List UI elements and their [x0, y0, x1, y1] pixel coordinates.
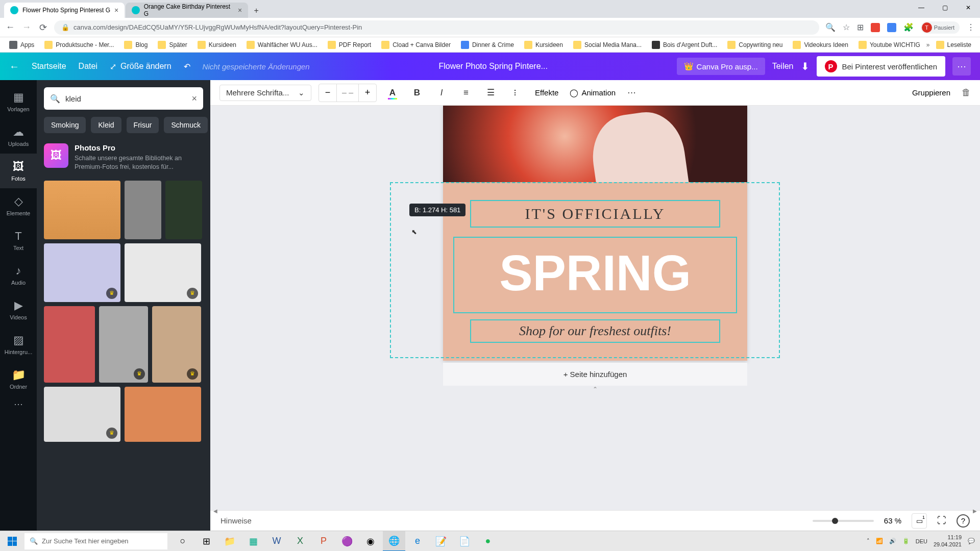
bookmark-item[interactable]: Videokurs Ideen: [789, 39, 852, 51]
help-button[interactable]: ?: [957, 514, 970, 528]
page-body[interactable]: IT'S OFFICIALLY SPRING Shop for our fres…: [443, 182, 747, 361]
bookmark-item[interactable]: Später: [154, 39, 191, 51]
rail-background[interactable]: ▨Hintergru...: [0, 327, 37, 362]
notes-button[interactable]: Hinweise: [220, 516, 252, 525]
excel-app[interactable]: X: [289, 531, 311, 552]
volume-icon[interactable]: 🔊: [889, 538, 896, 544]
page-view-button[interactable]: ▭1: [912, 513, 927, 529]
increase-size-button[interactable]: +: [359, 84, 376, 102]
tray-chevron-icon[interactable]: ˄: [867, 538, 870, 544]
text-heading-2[interactable]: SPRING: [453, 237, 737, 313]
reload-button[interactable]: ⟳: [38, 22, 48, 33]
horizontal-scrollbar[interactable]: ◀ ▶: [210, 508, 980, 513]
photo-result[interactable]: [44, 306, 95, 383]
minimize-button[interactable]: —: [910, 0, 933, 15]
url-input[interactable]: 🔒 canva.com/design/DAEdCQ5UaMY/Y5R-LUjvg…: [54, 20, 819, 35]
scroll-right-icon[interactable]: ▶: [973, 508, 977, 514]
bookmark-item[interactable]: Blog: [120, 39, 152, 51]
edge-app[interactable]: e: [406, 531, 429, 552]
bookmark-item[interactable]: Youtube WICHTIG: [854, 39, 924, 51]
bookmark-star-icon[interactable]: ☆: [843, 22, 850, 32]
bookmark-item[interactable]: Cload + Canva Bilder: [377, 39, 455, 51]
user-profile-chip[interactable]: T Pausiert: [921, 21, 960, 34]
canva-pro-button[interactable]: 👑Canva Pro ausp...: [677, 58, 765, 75]
pill-item[interactable]: Kleid: [91, 117, 121, 133]
photo-result[interactable]: ♛: [99, 306, 148, 383]
document-title[interactable]: Flower Photo Spring Pintere...: [322, 62, 665, 71]
home-link[interactable]: Startseite: [32, 62, 66, 71]
bookmark-item[interactable]: Social Media Mana...: [569, 39, 646, 51]
app-icon[interactable]: 🟣: [336, 531, 358, 552]
clear-icon[interactable]: ×: [191, 93, 197, 104]
group-button[interactable]: Gruppieren: [908, 88, 954, 97]
share-button[interactable]: Teilen: [772, 62, 794, 71]
delete-button[interactable]: 🗑: [962, 87, 971, 98]
list-button[interactable]: ☰: [482, 84, 499, 102]
chrome-app[interactable]: 🌐: [383, 531, 405, 552]
chrome-menu-icon[interactable]: ⋮: [967, 22, 975, 32]
pill-item[interactable]: Frisur: [127, 117, 159, 133]
photo-result[interactable]: ♛: [125, 243, 201, 302]
taskbar-search[interactable]: 🔍Zur Suche Text hier eingeben: [24, 533, 167, 549]
bookmark-item[interactable]: Bois d'Argent Duft...: [648, 39, 721, 51]
bookmarks-overflow[interactable]: »: [926, 41, 930, 48]
spacing-button[interactable]: ⫶: [506, 84, 524, 102]
font-size-value[interactable]: – –: [336, 84, 359, 102]
close-icon[interactable]: ×: [114, 6, 118, 14]
bookmark-item[interactable]: Copywriting neu: [723, 39, 787, 51]
forward-button[interactable]: →: [21, 22, 32, 33]
effects-button[interactable]: Effekte: [531, 88, 562, 97]
resize-button[interactable]: ⤢Größe ändern: [110, 62, 172, 71]
text-heading-3[interactable]: Shop for our freshest outfits!: [470, 319, 720, 343]
app-icon[interactable]: ▦: [242, 531, 264, 552]
zoom-icon[interactable]: 🔍: [825, 22, 836, 32]
download-button[interactable]: ⬇: [801, 60, 810, 72]
close-icon[interactable]: ×: [238, 6, 242, 14]
bookmark-item[interactable]: Leseliste: [932, 39, 975, 51]
publish-pinterest-button[interactable]: P Bei Pinterest veröffentlichen: [817, 56, 946, 77]
back-icon[interactable]: ←: [9, 61, 19, 72]
design-page[interactable]: IT'S OFFICIALLY SPRING Shop for our fres…: [443, 106, 747, 361]
start-button[interactable]: [0, 531, 24, 552]
bookmark-item[interactable]: Dinner & Crime: [457, 39, 518, 51]
spotify-app[interactable]: ●: [477, 531, 499, 552]
word-app[interactable]: W: [265, 531, 288, 552]
undo-button[interactable]: ↶: [184, 62, 190, 71]
text-heading-1[interactable]: IT'S OFFICIALLY: [470, 200, 720, 228]
photo-result[interactable]: [125, 181, 161, 239]
language-indicator[interactable]: DEU: [916, 538, 927, 544]
fullscreen-button[interactable]: ⛶: [937, 515, 946, 526]
photo-result[interactable]: [165, 181, 202, 239]
cortana-button[interactable]: ○: [172, 531, 194, 552]
rail-more[interactable]: ⋯: [14, 398, 23, 410]
photo-result[interactable]: [44, 181, 120, 239]
photo-result[interactable]: ♛: [44, 387, 120, 442]
app-icon[interactable]: ◉: [359, 531, 382, 552]
app-icon[interactable]: 📄: [453, 531, 476, 552]
extension-icon[interactable]: ⊞: [857, 22, 864, 32]
photo-result[interactable]: [125, 387, 201, 442]
rail-videos[interactable]: ▶Videos: [0, 292, 37, 327]
bookmark-item[interactable]: PDF Report: [324, 39, 375, 51]
text-color-button[interactable]: A: [384, 84, 401, 102]
search-input[interactable]: [65, 94, 186, 103]
wifi-icon[interactable]: 📶: [876, 538, 883, 544]
zoom-percent[interactable]: 63 %: [884, 516, 901, 525]
rail-text[interactable]: TText: [0, 223, 37, 258]
page-handle[interactable]: ⌃: [443, 386, 747, 393]
extension-icon[interactable]: [887, 23, 896, 32]
font-selector[interactable]: Mehrere Schrifta...⌄: [219, 85, 311, 101]
scroll-left-icon[interactable]: ◀: [213, 508, 217, 514]
canvas-viewport[interactable]: IT'S OFFICIALLY SPRING Shop for our fres…: [210, 106, 980, 510]
pill-item[interactable]: Smoking: [44, 117, 86, 133]
photo-result[interactable]: ♛: [44, 243, 120, 302]
clock[interactable]: 11:19 29.04.2021: [934, 534, 962, 547]
notifications-icon[interactable]: 💬: [968, 538, 975, 544]
browser-tab-inactive[interactable]: Orange Cake Birthday Pinterest G ×: [126, 3, 248, 18]
close-window-button[interactable]: ✕: [957, 0, 980, 15]
app-icon[interactable]: 📝: [430, 531, 452, 552]
taskview-button[interactable]: ⊞: [195, 531, 217, 552]
rail-elements[interactable]: ◇Elemente: [0, 188, 37, 223]
maximize-button[interactable]: ▢: [933, 0, 957, 15]
rail-templates[interactable]: ▦Vorlagen: [0, 84, 37, 119]
